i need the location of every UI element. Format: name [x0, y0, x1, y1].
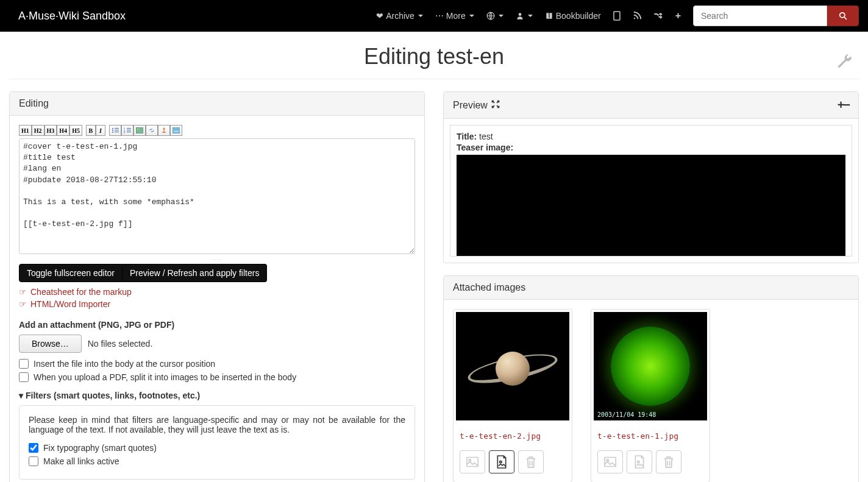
preview-title-line: Title: test [457, 132, 845, 141]
svg-rect-13 [127, 128, 131, 129]
toolbar-anchor[interactable] [158, 125, 170, 136]
svg-rect-17 [127, 132, 131, 132]
nav-tablet[interactable] [607, 2, 627, 30]
svg-point-10 [112, 132, 113, 133]
nav-rss[interactable] [627, 2, 647, 29]
teaser-image [457, 155, 845, 257]
caret-icon [499, 15, 503, 17]
sun-graphic [611, 327, 690, 406]
thumb-sun: 2003/11/04 19:48 [594, 312, 707, 420]
nav-bookbuilder-label: Bookbuilder [556, 11, 601, 21]
editor-toolbar: H1 H2 H3 H4 H5 B I 123 [19, 125, 415, 136]
nav-random[interactable] [647, 2, 669, 29]
caret-icon [418, 15, 423, 17]
cheatsheet-link[interactable]: ☞ Cheatsheet for the markup [19, 287, 415, 297]
svg-rect-9 [115, 130, 119, 130]
preview-content[interactable]: Title: test Teaser image: [450, 125, 852, 257]
toggle-fullscreen-button[interactable]: Toggle fullscreen editor [19, 264, 123, 282]
svg-point-6 [112, 128, 113, 129]
thumb-timestamp: 2003/11/04 19:48 [597, 411, 656, 418]
hand-right-icon: ☞ [19, 299, 27, 309]
browse-button[interactable]: Browse… [19, 335, 82, 353]
no-files-label: No files selected. [88, 339, 153, 349]
svg-point-24 [469, 459, 471, 461]
svg-point-1 [518, 13, 521, 16]
attached-panel: Attached images t-e-test-en-2.jpg [443, 275, 859, 482]
rss-icon [633, 12, 641, 20]
fix-typography-label: Fix typography (smart quotes) [43, 443, 157, 453]
attachment-label: Add an attachment (PNG, JPG or PDF) [19, 320, 415, 330]
ellipsis-icon: ⋯ [435, 11, 444, 21]
delete-button[interactable] [518, 450, 544, 473]
search-input[interactable] [693, 5, 827, 26]
editor-textarea[interactable] [19, 138, 415, 254]
toolbar-h3[interactable]: H3 [44, 125, 57, 136]
preview-teaser-label: Teaser image: [457, 143, 845, 152]
filters-header[interactable]: ▾ Filters (smart quotes, links, footnote… [19, 391, 415, 400]
use-inline-button[interactable] [597, 450, 623, 473]
toolbar-bold[interactable]: B [86, 125, 96, 136]
toolbar-footnote[interactable] [170, 125, 182, 136]
nav-more[interactable]: ⋯ More [429, 2, 480, 30]
filters-panel: Please keep in mind that filters are lan… [19, 405, 415, 480]
plus-minus-toggle[interactable]: +− [838, 98, 849, 112]
saturn-body [496, 352, 530, 386]
toolbar-h4[interactable]: H4 [57, 125, 69, 136]
split-pdf-checkbox[interactable] [19, 372, 29, 382]
toolbar-image[interactable] [133, 125, 146, 136]
thumb-saturn [456, 312, 569, 420]
toolbar-h5[interactable]: H5 [69, 125, 82, 136]
brand-link[interactable]: A·Muse·Wiki Sandbox [9, 1, 135, 32]
list-ul-icon [112, 127, 119, 133]
toolbar-ol[interactable]: 123 [121, 125, 133, 136]
svg-rect-21 [173, 127, 180, 133]
chevron-down-icon: ▾ [19, 391, 23, 400]
make-links-checkbox[interactable] [29, 456, 38, 466]
insert-cursor-label: Insert the file into the body at the cur… [34, 359, 215, 369]
expand-icon[interactable] [491, 100, 500, 111]
svg-rect-2 [614, 12, 620, 20]
svg-point-4 [840, 13, 845, 18]
user-icon [516, 12, 524, 20]
wrench-icon[interactable] [836, 53, 853, 74]
nav-user[interactable] [510, 2, 539, 29]
thumb-filename: t-e-test-en-2.jpg [460, 431, 566, 441]
svg-rect-18 [136, 127, 143, 133]
svg-line-5 [844, 17, 847, 19]
fix-typography-checkbox[interactable] [29, 443, 38, 453]
preview-refresh-button[interactable]: Preview / Refresh and apply filters [123, 264, 267, 282]
attached-thumbnail: t-e-test-en-2.jpg [453, 309, 572, 482]
toolbar-h2[interactable]: H2 [32, 125, 44, 136]
page-title: Editing test-en [9, 44, 859, 69]
toolbar-ul[interactable] [109, 125, 121, 136]
use-inline-button[interactable] [460, 450, 485, 473]
toolbar-link[interactable] [146, 125, 158, 136]
svg-point-28 [638, 461, 639, 463]
toolbar-italic[interactable]: I [96, 125, 105, 136]
svg-point-25 [500, 461, 502, 463]
nav-bookbuilder[interactable]: Bookbuilder [539, 2, 607, 30]
editing-panel: Editing H1 H2 H3 H4 H5 B I 123 [9, 91, 425, 482]
preview-panel: Preview +− Title: test Teaser image: [443, 91, 859, 263]
svg-rect-11 [115, 132, 119, 132]
nav-archive[interactable]: ❤ Archive [370, 2, 429, 30]
svg-text:3: 3 [124, 131, 125, 133]
delete-button[interactable] [656, 450, 681, 473]
nav-add[interactable]: + [669, 1, 687, 30]
use-cover-button[interactable] [627, 450, 652, 473]
random-icon [653, 12, 663, 20]
nav-archive-label: Archive [386, 11, 414, 21]
image-icon [136, 127, 143, 133]
heart-icon: ❤ [376, 11, 383, 21]
svg-rect-7 [115, 128, 119, 129]
search-button[interactable] [827, 5, 859, 26]
importer-link[interactable]: ☞ HTML/Word Importer [19, 299, 415, 309]
image-inline-icon [604, 456, 616, 467]
toolbar-h1[interactable]: H1 [19, 125, 32, 136]
nav-globe[interactable] [480, 2, 510, 29]
trash-icon [525, 456, 536, 468]
insert-cursor-checkbox[interactable] [19, 359, 29, 369]
resize-handle[interactable]: ⋯⋯ [19, 257, 415, 263]
svg-point-8 [112, 130, 113, 131]
use-cover-button[interactable] [489, 450, 514, 473]
